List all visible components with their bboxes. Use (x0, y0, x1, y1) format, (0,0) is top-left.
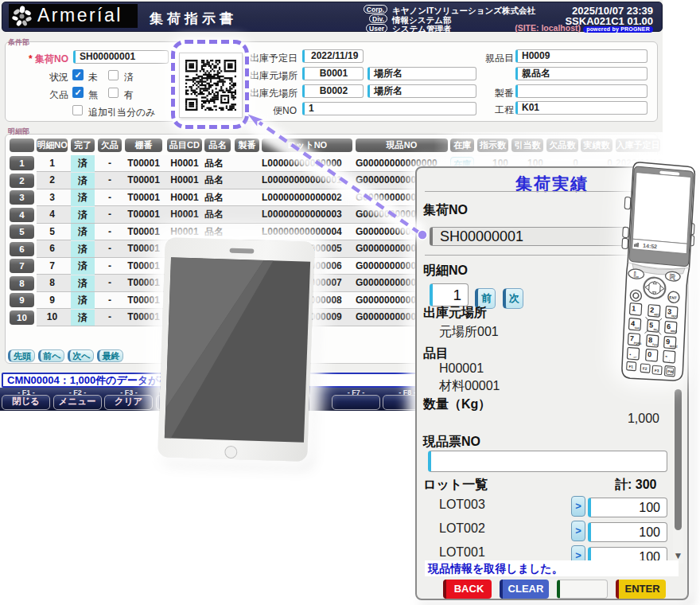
svg-text:L: L (633, 270, 639, 279)
svg-text:GHI: GHI (635, 326, 640, 330)
svg-text:TUV: TUV (652, 343, 659, 347)
svg-text:-: - (665, 352, 668, 360)
svg-text:ENT: ENT (669, 295, 677, 300)
svg-text:R: R (669, 272, 676, 282)
svg-text:MNO: MNO (671, 330, 677, 334)
svg-text:.: . (629, 349, 632, 357)
svg-text:PW: PW (667, 369, 674, 374)
svg-text:;: ; (669, 359, 670, 362)
svg-text:ABC: ABC (654, 313, 660, 317)
svg-text:_: _ (651, 357, 653, 361)
svg-text:DEF: DEF (671, 314, 677, 318)
svg-text:WXYZ: WXYZ (670, 345, 678, 349)
svg-text:F3: F3 (655, 369, 659, 373)
svg-text:F2: F2 (643, 367, 648, 371)
svg-text:F1: F1 (628, 365, 633, 369)
